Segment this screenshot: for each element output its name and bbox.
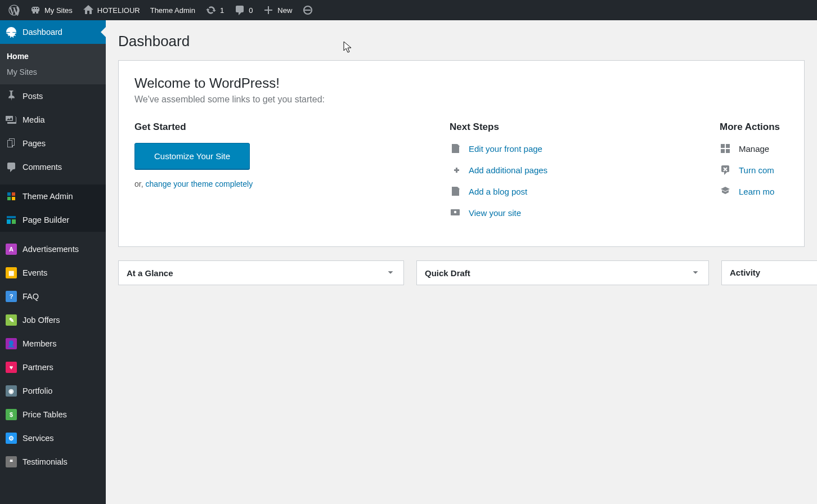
menu-dashboard-label: Dashboard <box>23 28 62 37</box>
edit-front-link[interactable]: Edit your front page <box>469 144 542 154</box>
submenu-my-sites[interactable]: My Sites <box>0 64 106 80</box>
comments-count: 0 <box>249 6 253 15</box>
next-steps-title: Next Steps <box>450 122 708 133</box>
svg-point-9 <box>454 211 456 213</box>
my-sites-label: My Sites <box>44 6 73 15</box>
customize-site-button[interactable]: Customize Your Site <box>134 143 250 169</box>
menu-posts-label: Posts <box>23 92 43 101</box>
at-a-glance-header[interactable]: At a Glance <box>119 261 403 285</box>
activity-title: Activity <box>730 268 760 277</box>
menu-job-offers[interactable]: ✎ Job Offers <box>0 308 106 332</box>
more-actions-column: More Actions Manage Turn com <box>720 122 805 228</box>
menu-theme-admin[interactable]: Theme Admin <box>0 184 106 208</box>
or-change-theme: or, change your theme completely <box>134 179 438 188</box>
add-page-icon <box>450 164 461 176</box>
menu-posts[interactable]: Posts <box>0 84 106 108</box>
menu-events[interactable]: ▦ Events <box>0 261 106 285</box>
my-sites-menu[interactable]: My Sites <box>25 0 78 20</box>
menu-services-label: Services <box>23 434 54 443</box>
change-theme-link[interactable]: change your theme completely <box>145 179 253 188</box>
get-started-title: Get Started <box>134 122 438 133</box>
next-step-add-pages: Add additional pages <box>450 164 708 176</box>
services-icon: ⚙ <box>6 433 17 444</box>
submenu-home[interactable]: Home <box>0 48 106 64</box>
network-icon <box>30 4 41 16</box>
site-name-menu[interactable]: HOTELIOUR <box>78 0 145 20</box>
menu-page-builder-label: Page Builder <box>23 215 69 224</box>
chevron-down-icon <box>385 268 396 278</box>
activity-header[interactable]: Activity <box>722 261 817 284</box>
menu-advertisements[interactable]: A Advertisements <box>0 237 106 261</box>
events-icon: ▦ <box>6 267 17 278</box>
main-content: Dashboard Welcome to WordPress! We've as… <box>106 20 817 308</box>
wp-logo-menu[interactable] <box>3 0 25 20</box>
pages-icon <box>6 138 17 149</box>
turn-comments-link[interactable]: Turn com <box>739 165 774 175</box>
page-title: Dashboard <box>118 33 805 50</box>
metabox-at-a-glance: At a Glance <box>118 260 404 285</box>
testimonials-icon: ❝ <box>6 456 17 467</box>
menu-members-label: Members <box>23 339 56 348</box>
menu-media-label: Media <box>23 115 45 124</box>
comments-menu[interactable]: 0 <box>229 0 258 20</box>
menu-faq-label: FAQ <box>23 292 39 301</box>
job-offers-icon: ✎ <box>6 314 17 326</box>
or-prefix: or, <box>134 179 145 188</box>
comments-off-icon <box>720 164 731 176</box>
learn-more-link[interactable]: Learn mo <box>739 187 774 196</box>
welcome-heading: Welcome to WordPress! <box>134 75 788 91</box>
svg-rect-5 <box>7 216 16 218</box>
next-step-edit-front: Edit your front page <box>450 143 708 154</box>
svg-rect-4 <box>12 197 15 200</box>
svg-rect-6 <box>7 219 11 224</box>
menu-price-tables[interactable]: $ Price Tables <box>0 403 106 426</box>
comment-icon <box>234 4 245 16</box>
menu-price-tables-label: Price Tables <box>23 410 67 419</box>
view-site-link[interactable]: View your site <box>469 208 521 218</box>
menu-comments[interactable]: Comments <box>0 155 106 179</box>
at-a-glance-title: At a Glance <box>127 268 173 278</box>
svg-rect-13 <box>726 149 730 153</box>
menu-portfolio-label: Portfolio <box>23 386 52 395</box>
new-content-menu[interactable]: New <box>258 0 297 20</box>
menu-members[interactable]: 👤 Members <box>0 332 106 356</box>
dashboard-metaboxes: At a Glance Quick Draft Activity <box>118 260 805 285</box>
menu-portfolio[interactable]: ◉ Portfolio <box>0 379 106 403</box>
menu-partners[interactable]: ♥ Partners <box>0 356 106 379</box>
menu-pages[interactable]: Pages <box>0 132 106 155</box>
add-pages-link[interactable]: Add additional pages <box>469 165 547 175</box>
home-icon <box>83 4 94 16</box>
svg-rect-1 <box>7 192 11 196</box>
menu-partners-label: Partners <box>23 363 53 372</box>
next-steps-column: Next Steps Edit your front page Add addi… <box>450 122 708 228</box>
menu-advertisements-label: Advertisements <box>23 245 79 254</box>
menu-page-builder[interactable]: Page Builder <box>0 208 106 232</box>
metabox-quick-draft: Quick Draft <box>416 260 709 285</box>
quick-draft-header[interactable]: Quick Draft <box>417 261 708 285</box>
theme-admin-bar[interactable]: Theme Admin <box>145 0 200 20</box>
updates-menu[interactable]: 1 <box>200 0 229 20</box>
menu-dashboard[interactable]: Dashboard <box>0 20 106 44</box>
svg-rect-10 <box>721 144 725 148</box>
edge-icon <box>302 4 313 16</box>
edit-page-icon <box>450 143 461 154</box>
plus-icon <box>263 4 274 16</box>
write-blog-icon <box>450 186 461 197</box>
quick-draft-title: Quick Draft <box>425 268 470 278</box>
price-tables-icon: $ <box>6 409 17 420</box>
faq-icon: ? <box>6 291 17 302</box>
menu-media[interactable]: Media <box>0 108 106 132</box>
more-action-comments: Turn com <box>720 164 805 176</box>
menu-testimonials[interactable]: ❝ Testimonials <box>0 450 106 474</box>
menu-faq[interactable]: ? FAQ <box>0 285 106 308</box>
edge-menu[interactable] <box>297 0 318 20</box>
learn-more-icon <box>720 186 731 197</box>
next-step-add-post: Add a blog post <box>450 186 708 197</box>
update-icon <box>205 4 217 16</box>
more-action-learn: Learn mo <box>720 186 805 197</box>
menu-services[interactable]: ⚙ Services <box>0 426 106 450</box>
add-post-link[interactable]: Add a blog post <box>469 187 527 196</box>
theme-admin-icon <box>6 191 17 202</box>
theme-admin-label: Theme Admin <box>150 6 195 15</box>
partners-icon: ♥ <box>6 362 17 373</box>
